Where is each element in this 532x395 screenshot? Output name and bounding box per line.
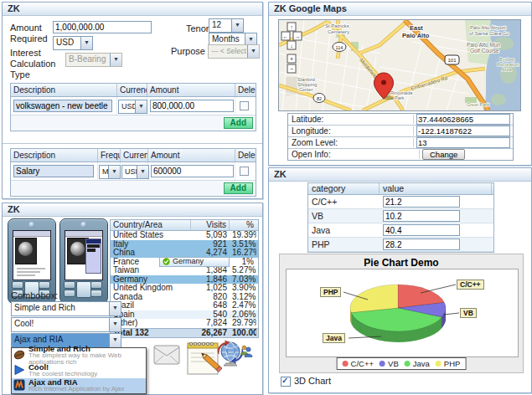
svg-text:−: −: [290, 66, 293, 72]
interest-calc-label: Interest Calculation Type: [10, 48, 64, 80]
table-row[interactable]: Spain5402.06%: [111, 310, 258, 320]
mail-icon[interactable]: [153, 344, 180, 366]
col-percent[interactable]: %: [230, 220, 256, 230]
table-row[interactable]: (other)7,82429.79%: [111, 319, 258, 328]
table-row[interactable]: Brazil6482.47%: [111, 301, 258, 310]
col-amount[interactable]: Amount: [147, 84, 235, 96]
cell-percent: 19.39%: [230, 231, 256, 240]
add-collateral-button[interactable]: Add: [224, 117, 253, 129]
col-country[interactable]: Country/Area: [111, 220, 191, 230]
3d-chart-checkbox[interactable]: [281, 377, 291, 387]
col-amount[interactable]: Amount: [148, 149, 235, 162]
value-input[interactable]: [383, 239, 460, 250]
table-row[interactable]: Taiwan1,3845.27%: [111, 266, 258, 275]
svg-text:+: +: [290, 56, 293, 62]
table-row[interactable]: Germany1,8467.03%: [111, 275, 258, 285]
col-description[interactable]: Description: [11, 149, 98, 162]
chevron-down-icon[interactable]: ▼: [109, 302, 121, 315]
pan-up-button[interactable]: ↑: [287, 23, 296, 31]
svg-text:↑: ↑: [290, 24, 293, 30]
col-visits[interactable]: Visits: [191, 220, 230, 230]
table-row: USD▼: [11, 97, 256, 115]
cell-country: Taiwan: [111, 266, 191, 275]
map-field-row: Zoom Level:: [288, 137, 513, 149]
combobox-label: Combobox:: [11, 290, 58, 301]
table-row[interactable]: France1%Germany: [111, 258, 258, 267]
zoom-in-button[interactable]: +: [287, 54, 296, 63]
map-field-row: Longitude:: [288, 126, 513, 137]
users-icon[interactable]: [240, 344, 253, 357]
legend-label: Java: [413, 359, 430, 368]
cell-visits: 5,093: [191, 231, 230, 240]
purpose-combobox[interactable]: --- < Select > --- ▼: [208, 44, 260, 59]
income-description-input[interactable]: [13, 165, 94, 177]
table-row[interactable]: Italy9213.51%: [111, 240, 258, 249]
income-frequency-combobox[interactable]: M: [100, 166, 108, 178]
table-row[interactable]: Total 13226,267100.00%: [111, 328, 258, 338]
cell-visits: 1,025: [191, 284, 230, 293]
col-value[interactable]: value: [380, 183, 492, 194]
value-input[interactable]: [383, 196, 460, 208]
income-grid: Description Frequer Currency Amount Dele…: [10, 148, 256, 197]
map-field-input[interactable]: [416, 114, 510, 125]
chevron-down-icon[interactable]: ▼: [80, 37, 92, 49]
menu-item[interactable]: Ajax and RIARich Internet Application by…: [12, 378, 146, 393]
cell-category: VB: [308, 211, 380, 221]
amount-required-input[interactable]: [53, 21, 152, 33]
income-currency-combobox[interactable]: USD: [122, 166, 137, 178]
collateral-amount-input[interactable]: [150, 100, 234, 112]
value-input[interactable]: [383, 210, 460, 222]
map-field-input[interactable]: [416, 137, 510, 148]
col-currency[interactable]: Currency: [121, 149, 148, 162]
pan-left-button[interactable]: ←: [281, 32, 290, 40]
svg-text:←: ←: [283, 33, 289, 39]
combobox-2[interactable]: Cool! ▼: [11, 317, 121, 332]
table-row[interactable]: United States5,09319.39%: [111, 231, 258, 240]
income-amount-input[interactable]: [151, 165, 234, 177]
chevron-down-icon[interactable]: ▼: [108, 166, 120, 178]
col-delete[interactable]: Dele: [235, 149, 256, 162]
table-row[interactable]: United Kingdom1,0253.90%: [111, 284, 258, 293]
chevron-down-icon[interactable]: ▼: [135, 100, 147, 113]
collateral-description-input[interactable]: [13, 100, 112, 112]
chevron-down-icon[interactable]: ▼: [109, 318, 121, 331]
route-114-shield: 114: [336, 45, 343, 50]
change-button[interactable]: Change: [422, 149, 465, 160]
menu-item[interactable]: Simple and RichThe simplest way to make …: [12, 348, 146, 363]
add-income-button[interactable]: Add: [224, 182, 253, 194]
map-field-row: Open Info:Change: [288, 149, 513, 160]
delete-checkbox[interactable]: [240, 101, 249, 110]
pan-right-button[interactable]: →: [293, 32, 302, 40]
combobox-1[interactable]: Simple and Rich ▼: [11, 301, 121, 316]
map-field-label: Latitude:: [288, 115, 414, 124]
check-circle-icon: [163, 258, 170, 265]
chevron-down-icon[interactable]: ▼: [137, 166, 148, 178]
value-input[interactable]: [383, 224, 460, 236]
zoom-out-button[interactable]: −: [287, 64, 296, 73]
ajax-logo-icon: [13, 379, 25, 392]
google-map[interactable]: St Patricks Cemetery Palo Alto Airport o…: [278, 19, 521, 111]
map-field-label: Open Info:: [288, 150, 420, 159]
delete-checkbox[interactable]: [240, 167, 249, 176]
table-row[interactable]: Canada8203.12%: [111, 293, 258, 302]
col-category[interactable]: category: [308, 183, 380, 194]
category-table: category value C/C++VBJavaPHP: [307, 182, 494, 253]
pie-panel: ZK category value C/C++VBJavaPHP Pie Cha…: [268, 167, 532, 393]
col-description[interactable]: Description: [11, 84, 117, 96]
col-currency[interactable]: Currency: [117, 84, 147, 96]
pan-down-button[interactable]: ↓: [287, 41, 296, 49]
cell-percent: 2.47%: [230, 301, 256, 310]
map-field-input[interactable]: [416, 126, 510, 136]
tenor-combobox[interactable]: 12 ▼: [209, 18, 244, 33]
cell-percent: 16.27%: [230, 249, 256, 258]
col-frequency[interactable]: Frequer: [98, 149, 121, 162]
pie-chart-container: Pie Chart Demo C/C++ VB Java PHP C/C++VB…: [279, 254, 524, 373]
interest-calc-combobox[interactable]: B-Bearing ▼: [65, 53, 122, 67]
chevron-down-icon[interactable]: ▼: [231, 19, 243, 32]
collateral-currency-combobox[interactable]: USD: [119, 100, 135, 113]
col-delete[interactable]: Dele: [235, 84, 256, 96]
phone-logo-icon: [81, 222, 87, 228]
phone-logo-icon: [29, 222, 35, 228]
phone-keypad: [64, 281, 102, 300]
loan-panel: ZK Amount Required USD ▼ Tenor 12 ▼ Mont…: [2, 2, 263, 199]
